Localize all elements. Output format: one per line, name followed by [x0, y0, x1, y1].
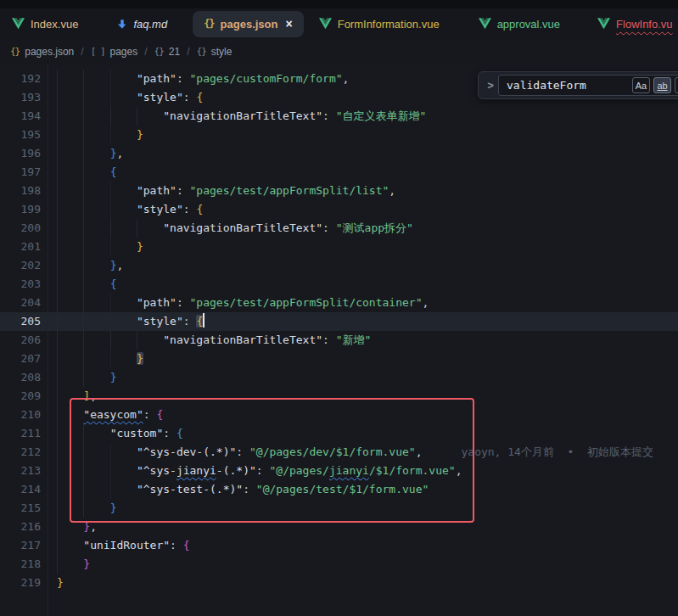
tab-faq-md[interactable]: faq.md [117, 11, 167, 37]
line-content: }, [57, 518, 678, 536]
tab-bar: Index.vuefaq.md{}pages.json×FormInformat… [0, 8, 678, 39]
line-content: "^sys-jianyi-(.*)": "@/pages/jianyi/$1/f… [57, 462, 678, 480]
line-content: "style": { [57, 200, 678, 219]
close-icon[interactable]: × [286, 18, 293, 30]
markdown-arrow-icon [117, 19, 127, 30]
code-line-214[interactable]: 214 "^sys-test-(.*)": "@/pages/test/$1/f… [0, 480, 678, 499]
line-content: } [57, 126, 678, 144]
code-line-207[interactable]: 207 } [0, 350, 678, 368]
vue-icon [12, 18, 25, 30]
vue-icon [597, 18, 610, 30]
code-line-216[interactable]: 216 }, [0, 518, 678, 536]
find-input-box[interactable]: validateForm Aa ab .* [498, 75, 678, 96]
text-cursor [203, 313, 205, 328]
line-content: "path": "pages/test/appFormSplit/contain… [57, 294, 678, 312]
line-content: }, [57, 144, 678, 163]
code-line-199[interactable]: 199 "style": { [0, 200, 678, 219]
line-content: } [57, 368, 678, 387]
code-line-197[interactable]: 197 { [0, 163, 678, 182]
line-content: "navigationBarTitleText": "新增" [57, 331, 678, 350]
code-line-200[interactable]: 200 "navigationBarTitleText": "测试app拆分" [0, 219, 678, 238]
git-blame-annotation: yaoyn, 14个月前 • 初始版本提交 [461, 445, 653, 458]
code-line-205[interactable]: 205 "style": { [0, 312, 678, 331]
whole-word-button[interactable]: ab [653, 77, 671, 93]
code-line-198[interactable]: 198 "path": "pages/test/appFormSplit/lis… [0, 182, 678, 200]
breadcrumb-item-21[interactable]: {}21 [154, 46, 181, 58]
tab-forminformation-vue[interactable]: FormInformation.vue [319, 11, 440, 37]
symbol-icon: [ ] [91, 46, 105, 57]
breadcrumb-separator: / [144, 46, 147, 58]
line-content: } [57, 555, 678, 574]
line-content: "navigationBarTitleText": "自定义表单新增" [57, 107, 678, 126]
window-top-strip [0, 0, 678, 8]
breadcrumb-item-style[interactable]: {}style [197, 46, 233, 58]
gutter-divider [48, 64, 48, 616]
breadcrumb: {}pages.json/[ ]pages/{}21/{}style [0, 39, 678, 64]
line-content: { [57, 163, 678, 182]
code-line-218[interactable]: 218 } [0, 555, 678, 574]
code-line-206[interactable]: 206 "navigationBarTitleText": "新增" [0, 331, 678, 350]
match-case-button[interactable]: Aa [632, 77, 650, 93]
vue-icon [479, 18, 491, 30]
breadcrumb-separator: / [81, 46, 83, 58]
symbol-icon: {} [197, 46, 206, 57]
tab-pages-json[interactable]: {}pages.json× [193, 11, 304, 37]
json-braces-icon: {} [204, 18, 214, 30]
code-line-212[interactable]: 212 "^sys-dev-(.*)": "@/pages/dev/$1/for… [0, 443, 678, 462]
line-content: { [57, 275, 678, 294]
line-content: } [57, 499, 678, 518]
line-content: }, [57, 256, 678, 275]
tab-label: pages.json [221, 18, 278, 31]
code-line-203[interactable]: 203 { [0, 275, 678, 294]
tab-flowinfo-vu[interactable]: FlowInfo.vu [597, 11, 672, 37]
find-widget: > validateForm Aa ab .* [478, 71, 678, 99]
code-line-195[interactable]: 195 } [0, 126, 678, 144]
code-line-208[interactable]: 208 } [0, 368, 678, 387]
tab-label: faq.md [133, 18, 167, 31]
breadcrumb-label: 21 [169, 46, 180, 58]
tab-label: Index.vue [31, 18, 78, 31]
editor-pane[interactable]: 192 "path": "pages/customForm/form",193 … [0, 64, 678, 616]
code-line-194[interactable]: 194 "navigationBarTitleText": "自定义表单新增" [0, 107, 678, 126]
line-content: } [57, 350, 678, 368]
symbol-icon: {} [10, 46, 20, 57]
symbol-icon: {} [154, 46, 164, 57]
code-line-215[interactable]: 215 } [0, 499, 678, 518]
line-content: "path": "pages/test/appFormSplit/list", [57, 182, 678, 200]
line-content: "easycom": { [57, 406, 678, 424]
line-content: "^sys-dev-(.*)": "@/pages/dev/$1/form.vu… [57, 443, 678, 462]
tab-approval-vue[interactable]: approval.vue [479, 11, 560, 37]
find-query-text[interactable]: validateForm [507, 79, 629, 92]
code-line-204[interactable]: 204 "path": "pages/test/appFormSplit/con… [0, 294, 678, 312]
line-content: } [57, 574, 678, 592]
vue-icon [319, 18, 332, 30]
breadcrumb-label: style [211, 46, 233, 58]
code-line-210[interactable]: 210 "easycom": { [0, 406, 678, 424]
breadcrumb-label: pages.json [25, 46, 74, 58]
regex-button[interactable]: .* [675, 77, 678, 93]
find-expand-chevron-icon[interactable]: > [483, 79, 498, 92]
breadcrumb-label: pages [110, 46, 138, 58]
line-content: ], [57, 387, 678, 406]
code-editor-window: Index.vuefaq.md{}pages.json×FormInformat… [0, 0, 678, 616]
line-content: "custom": { [57, 424, 678, 443]
code-lines: 192 "path": "pages/customForm/form",193 … [0, 70, 678, 592]
breadcrumb-item-pages[interactable]: [ ]pages [91, 46, 138, 58]
tab-label: approval.vue [497, 18, 560, 31]
line-content: "style": { [57, 312, 678, 331]
line-content: "^sys-test-(.*)": "@/pages/test/$1/form.… [57, 480, 678, 499]
breadcrumb-separator: / [187, 46, 189, 58]
code-line-217[interactable]: 217 "uniIdRouter": { [0, 536, 678, 555]
code-line-201[interactable]: 201 } [0, 238, 678, 256]
code-line-202[interactable]: 202 }, [0, 256, 678, 275]
breadcrumb-item-pages-json[interactable]: {}pages.json [10, 46, 74, 58]
code-line-219[interactable]: 219} [0, 574, 678, 592]
code-line-213[interactable]: 213 "^sys-jianyi-(.*)": "@/pages/jianyi/… [0, 462, 678, 480]
tab-label: FormInformation.vue [338, 18, 440, 31]
tab-index-vue[interactable]: Index.vue [12, 11, 78, 37]
line-content: "navigationBarTitleText": "测试app拆分" [57, 219, 678, 238]
line-content: } [57, 238, 678, 256]
code-line-211[interactable]: 211 "custom": { [0, 424, 678, 443]
code-line-209[interactable]: 209 ], [0, 387, 678, 406]
code-line-196[interactable]: 196 }, [0, 144, 678, 163]
